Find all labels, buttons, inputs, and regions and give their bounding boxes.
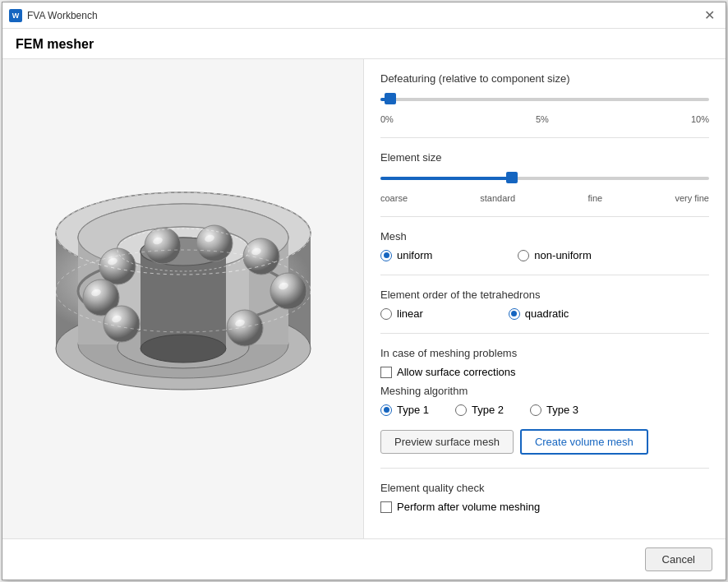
mesh-uniform-label[interactable]: uniform	[380, 249, 432, 261]
mesh-nonuniform-label[interactable]: non-uniform	[518, 249, 591, 261]
divider-3	[380, 275, 709, 275]
defeaturing-section: Defeaturing (relative to component size)…	[380, 72, 709, 124]
footer: Cancel	[2, 538, 726, 580]
mesh-section: Mesh uniform non-uniform	[380, 230, 709, 261]
element-order-section: Element order of the tetrahedrons linear…	[380, 289, 709, 320]
linear-label[interactable]: linear	[380, 307, 423, 320]
type1-label[interactable]: Type 1	[380, 404, 429, 416]
right-panel: Defeaturing (relative to component size)…	[364, 59, 726, 538]
svg-rect-14	[141, 252, 226, 349]
create-volume-mesh-button[interactable]: Create volume mesh	[520, 429, 648, 455]
svg-point-29	[104, 306, 140, 342]
algorithm-radio-group: Type 1 Type 2 Type 3	[380, 404, 709, 416]
titlebar-title: FVA Workbench	[27, 10, 98, 21]
svg-point-31	[227, 310, 263, 346]
perform-checkbox-label[interactable]: Perform after volume meshing	[380, 501, 709, 513]
titlebar: W FVA Workbench ✕	[2, 2, 726, 29]
type3-label[interactable]: Type 3	[530, 404, 578, 416]
element-size-section: Element size coarse standard fine very f…	[380, 151, 709, 203]
svg-point-17	[270, 273, 306, 309]
mesh-radio-group: uniform non-uniform	[380, 249, 709, 261]
element-order-label: Element order of the tetrahedrons	[380, 289, 709, 301]
meshing-problems-section: In case of meshing problems Allow surfac…	[380, 347, 709, 416]
svg-point-15	[141, 335, 226, 363]
page-header: FEM mesher	[2, 29, 726, 59]
quality-check-section: Element quality check Perform after volu…	[380, 482, 709, 513]
allow-surface-checkbox[interactable]	[380, 367, 392, 378]
element-size-label: Element size	[380, 151, 709, 164]
quality-check-label: Element quality check	[380, 482, 709, 494]
divider-1	[380, 137, 709, 138]
action-buttons-row: Preview surface mesh Create volume mesh	[380, 429, 709, 455]
left-panel	[2, 59, 364, 538]
mesh-label: Mesh	[380, 230, 709, 242]
defeaturing-slider-wrapper	[380, 91, 709, 108]
element-order-radio-group: linear quadratic	[380, 307, 709, 320]
content-area: Defeaturing (relative to component size)…	[2, 59, 726, 538]
type1-radio[interactable]	[380, 404, 392, 416]
mesh-uniform-radio[interactable]	[380, 250, 392, 261]
perform-checkbox[interactable]	[380, 501, 392, 513]
app-icon: W	[9, 9, 22, 22]
svg-point-21	[196, 225, 233, 261]
meshing-problems-label: In case of meshing problems	[380, 347, 709, 359]
titlebar-left: W FVA Workbench	[9, 9, 98, 22]
preview-surface-mesh-button[interactable]: Preview surface mesh	[380, 430, 514, 454]
allow-surface-label[interactable]: Allow surface corrections	[380, 366, 709, 378]
element-size-slider-wrapper	[380, 170, 709, 187]
linear-radio[interactable]	[380, 308, 392, 320]
mesh-nonuniform-radio[interactable]	[518, 250, 529, 261]
divider-4	[380, 333, 709, 334]
defeaturing-label: Defeaturing (relative to component size)	[380, 72, 709, 85]
page-title: FEM mesher	[16, 37, 712, 52]
divider-5	[380, 468, 709, 469]
algorithm-label: Meshing algorithm	[380, 385, 709, 397]
bearing-illustration	[35, 151, 331, 447]
divider-2	[380, 216, 709, 217]
main-window: W FVA Workbench ✕ FEM mesher	[2, 2, 726, 580]
cancel-button[interactable]: Cancel	[645, 547, 712, 571]
quadratic-label[interactable]: quadratic	[509, 307, 569, 320]
svg-point-23	[145, 228, 181, 264]
type2-label[interactable]: Type 2	[455, 404, 504, 416]
defeaturing-labels: 0% 5% 10%	[380, 114, 709, 124]
quadratic-radio[interactable]	[509, 308, 520, 320]
element-size-labels: coarse standard fine very fine	[380, 193, 709, 203]
type2-radio[interactable]	[455, 404, 467, 416]
type3-radio[interactable]	[530, 404, 541, 416]
close-button[interactable]: ✕	[699, 6, 719, 25]
